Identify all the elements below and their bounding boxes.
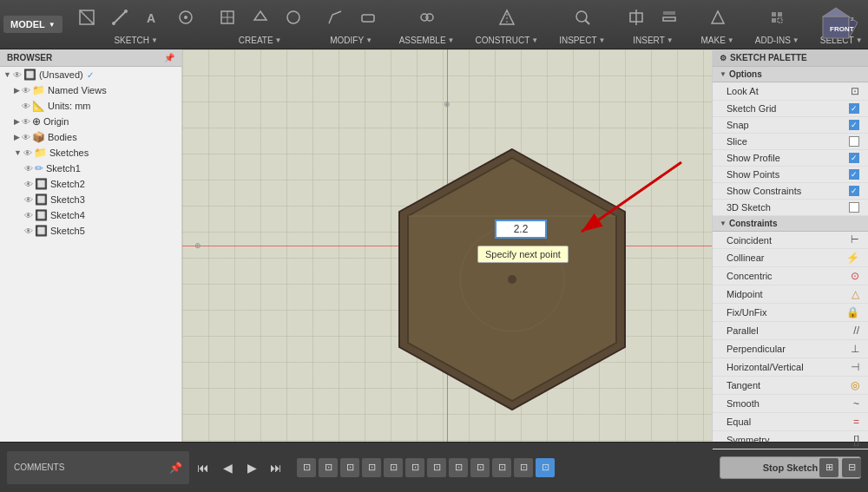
create-btn-2[interactable]	[245, 2, 276, 33]
units-label: Units: mm	[48, 101, 91, 111]
tree-units[interactable]: ▶ 👁 📐 Units: mm	[0, 98, 181, 114]
sketch2-label: Sketch2	[50, 179, 85, 189]
sketch-btn-4[interactable]	[170, 2, 201, 33]
construct-dropdown[interactable]: CONSTRUCT ▼	[470, 33, 544, 48]
comments-pin[interactable]: 📌	[169, 462, 182, 474]
timeline-icon-11[interactable]: ⊡	[514, 458, 533, 477]
timeline-icon-1[interactable]: ⊡	[297, 458, 316, 477]
comments-panel: COMMENTS 📌	[7, 451, 189, 484]
named-views-eye: 👁	[22, 86, 30, 95]
parallel-icon: //	[853, 325, 859, 337]
assemble-dropdown[interactable]: ASSEMBLE ▼	[394, 33, 460, 48]
addins-dropdown[interactable]: ADD-INS ▼	[750, 33, 805, 48]
snap-checkbox[interactable]	[849, 120, 859, 130]
inspect-section: INSPECT ▼	[550, 1, 614, 48]
timeline-icon-8[interactable]: ⊡	[449, 458, 468, 477]
horizontal-vertical-row[interactable]: Horizontal/Vertical ⊣	[713, 358, 868, 377]
sketch-3d-row[interactable]: 3D Sketch	[713, 200, 868, 216]
inspect-btn[interactable]	[567, 2, 598, 33]
timeline-icon-3[interactable]: ⊡	[340, 458, 359, 477]
timeline-icon-7[interactable]: ⊡	[427, 458, 446, 477]
snap-row[interactable]: Snap	[713, 117, 868, 134]
options-section-header[interactable]: ▼ Options	[713, 67, 868, 82]
sketch-btn-3[interactable]: A	[137, 2, 168, 33]
sketch-btn-1[interactable]	[71, 2, 102, 33]
modify-dropdown[interactable]: MODIFY ▼	[325, 33, 378, 48]
modify-btn-2[interactable]	[352, 2, 384, 33]
br-icon-1[interactable]: ⊞	[819, 458, 838, 477]
slice-row[interactable]: Slice	[713, 134, 868, 150]
tree-sketches[interactable]: ▼ 👁 📁 Sketches	[0, 145, 181, 161]
construct-btn[interactable]	[491, 2, 523, 33]
tree-sketch5[interactable]: 👁 🔲 Sketch5	[0, 223, 181, 239]
perpendicular-row[interactable]: Perpendicular ⊥	[713, 340, 868, 358]
timeline-icon-12[interactable]: ⊡	[536, 458, 555, 477]
show-points-row[interactable]: Show Points	[713, 167, 868, 183]
coincident-row[interactable]: Coincident ⊢	[713, 232, 868, 249]
play-end-btn[interactable]: ⏭	[266, 457, 286, 478]
sketch-dropdown[interactable]: SKETCH ▼	[108, 33, 162, 48]
slice-checkbox[interactable]	[849, 136, 859, 147]
assemble-btn[interactable]	[411, 2, 443, 33]
concentric-row[interactable]: Concentric ⊙	[713, 267, 868, 285]
tree-named-views[interactable]: ▶ 👁 📁 Named Views	[0, 82, 181, 98]
modify-btn-1[interactable]	[319, 2, 351, 33]
smooth-row[interactable]: Smooth ~	[713, 395, 868, 413]
timeline-icon-6[interactable]: ⊡	[405, 458, 424, 477]
model-button[interactable]: MODEL ▼	[3, 16, 62, 33]
play-prev-btn[interactable]: ◀	[217, 457, 238, 478]
play-next-btn[interactable]: ▶	[241, 457, 262, 478]
parallel-row[interactable]: Parallel //	[713, 322, 868, 340]
show-profile-checkbox[interactable]	[849, 153, 859, 163]
sketches-eye: 👁	[23, 148, 32, 158]
look-at-row[interactable]: Look At ⊡	[713, 82, 868, 101]
fix-unfix-row[interactable]: Fix/UnFix 🔒	[713, 304, 868, 322]
make-btn[interactable]	[702, 2, 733, 33]
tree-sketch2[interactable]: 👁 🔲 Sketch2	[0, 176, 181, 192]
collinear-row[interactable]: Collinear ⚡	[713, 249, 868, 267]
tree-root[interactable]: ▼ 👁 🔲 (Unsaved) ✓	[0, 67, 181, 82]
tree-origin[interactable]: ▶ 👁 ⊕ Origin	[0, 114, 181, 129]
sketch-btn-2[interactable]	[104, 2, 135, 33]
insert-dropdown[interactable]: INSERT ▼	[628, 33, 678, 48]
equal-row[interactable]: Equal =	[713, 413, 868, 431]
addins-btn[interactable]	[761, 2, 792, 33]
sketch-grid-row[interactable]: Sketch Grid	[713, 101, 868, 117]
play-start-btn[interactable]: ⏮	[193, 457, 214, 478]
sketch-grid-checkbox[interactable]	[849, 103, 859, 114]
symmetry-row[interactable]: Symmetry []	[713, 431, 868, 449]
tree-sketch1[interactable]: 👁 ✏ Sketch1	[0, 161, 181, 176]
tangent-row[interactable]: Tangent ◎	[713, 377, 868, 395]
timeline-icon-4[interactable]: ⊡	[362, 458, 381, 477]
tree-bodies[interactable]: ▶ 👁 📦 Bodies	[0, 129, 181, 145]
insert-btn-2[interactable]	[654, 2, 685, 33]
browser-pin[interactable]: 📌	[164, 53, 174, 62]
canvas-area[interactable]: 2.2 Specify next point ⊕ ⊕	[182, 49, 712, 442]
constraints-section-header[interactable]: ▼ Constraints	[713, 216, 868, 232]
look-at-icon[interactable]: ⊡	[851, 85, 859, 97]
show-constraints-checkbox[interactable]	[849, 186, 859, 196]
tree-sketch3[interactable]: 👁 🔲 Sketch3	[0, 192, 181, 207]
timeline-icon-2[interactable]: ⊡	[319, 458, 338, 477]
show-points-checkbox[interactable]	[849, 169, 859, 180]
dimension-input[interactable]: 2.2	[495, 220, 547, 239]
timeline-icon-9[interactable]: ⊡	[470, 458, 490, 477]
show-constraints-row[interactable]: Show Constraints	[713, 183, 868, 200]
show-profile-row[interactable]: Show Profile	[713, 150, 868, 167]
insert-btn-1[interactable]	[621, 2, 652, 33]
create-btn-1[interactable]	[212, 2, 243, 33]
midpoint-row[interactable]: Midpoint △	[713, 285, 868, 304]
tree-sketch4[interactable]: 👁 🔲 Sketch4	[0, 207, 181, 223]
create-dropdown[interactable]: CREATE ▼	[233, 33, 287, 48]
create-btn-3[interactable]	[278, 2, 309, 33]
timeline-icon-10[interactable]: ⊡	[492, 458, 511, 477]
timeline-icon-5[interactable]: ⊡	[384, 458, 403, 477]
origin-label: Origin	[43, 116, 69, 127]
svg-marker-28	[823, 8, 849, 16]
make-dropdown[interactable]: MAKE ▼	[695, 33, 739, 48]
sketch3-label: Sketch3	[50, 194, 85, 205]
sketch-3d-checkbox[interactable]	[849, 202, 859, 213]
constraints-label: Constraints	[729, 219, 778, 228]
br-icon-2[interactable]: ⊟	[842, 458, 861, 477]
inspect-dropdown[interactable]: INSPECT ▼	[554, 33, 610, 48]
